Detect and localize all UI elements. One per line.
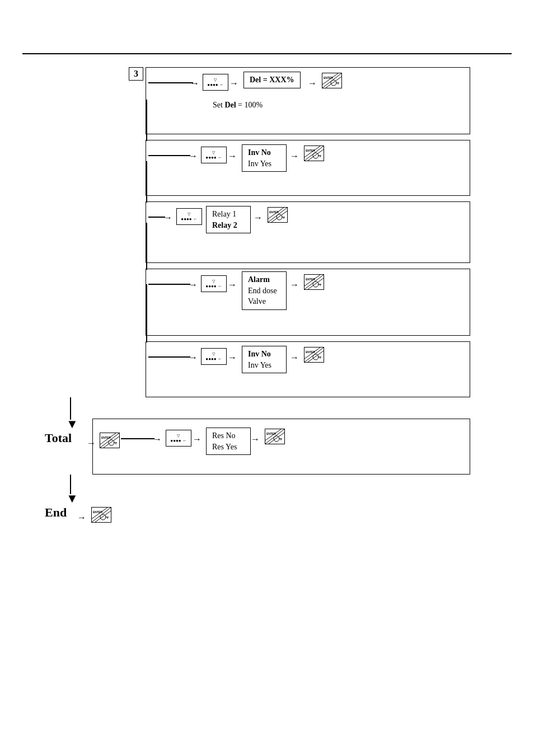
menu-item-inv-yes-2: Inv Yes	[248, 360, 280, 371]
arrow1b: →	[229, 78, 238, 88]
menu-item-valve: Valve	[248, 296, 280, 307]
menu-box-5: Inv No Inv Yes	[242, 346, 287, 373]
enter-btn-4[interactable]	[304, 274, 324, 292]
arrow4c: →	[290, 280, 299, 290]
down-arrow-end: ▼	[66, 491, 78, 506]
vline-4-5	[146, 284, 147, 342]
enter-btn-2[interactable]	[304, 145, 324, 163]
hline-4	[148, 284, 190, 285]
menu-item-inv-yes-1: Inv Yes	[248, 158, 280, 170]
page-container: 3 → ▽ ●●●● ← → Del = XXX%	[0, 0, 534, 756]
arrow3c: →	[254, 213, 263, 223]
hline-2	[148, 155, 190, 156]
down-arrow-total: ▼	[66, 417, 78, 431]
nav-btn-4[interactable]: ▽ ●●●● ←	[201, 275, 227, 292]
enter-btn-1[interactable]	[322, 73, 342, 90]
nav-btn-2[interactable]: ▽ ●●●● ←	[201, 147, 227, 163]
arrow5c: →	[290, 353, 299, 363]
arrow1: →	[190, 78, 199, 88]
arrow1c: →	[308, 78, 317, 88]
menu-box-3: Relay 1 Relay 2	[206, 206, 251, 233]
menu-item-inv-no-2: Inv No	[248, 349, 280, 360]
menu-item-relay1: Relay 1	[212, 209, 245, 220]
caption-del: Set Del = 100%	[213, 101, 263, 110]
top-rule	[22, 53, 512, 54]
nav-btn-1[interactable]: ▽ ●●●● ←	[203, 74, 228, 91]
menu-box-4: Alarm End dose Valve	[242, 271, 287, 310]
menu-box-1: Del = XXX%	[243, 72, 301, 88]
vline-2-3	[146, 161, 147, 203]
arrow5: →	[189, 353, 198, 363]
menu-item-inv-no-1: Inv No	[248, 147, 280, 158]
hline-5	[148, 356, 190, 358]
hline-3	[148, 217, 165, 218]
step-number-box: 3	[129, 67, 143, 81]
menu-item-enddose: End dose	[248, 285, 280, 297]
vline-to-total	[70, 397, 71, 420]
arrow2b: →	[228, 151, 237, 161]
arrow-end: →	[77, 513, 86, 523]
menu-item-relay2: Relay 2	[212, 220, 245, 231]
enter-btn-5[interactable]	[304, 347, 324, 364]
arrow4b: →	[228, 280, 237, 290]
arrow3: →	[163, 213, 172, 223]
section1-box	[146, 67, 470, 134]
enter-btn-end[interactable]	[91, 507, 111, 524]
nav-btn-5[interactable]: ▽ ●●●● ←	[201, 348, 227, 365]
menu-item-alarm: Alarm	[248, 274, 280, 285]
arrow4: →	[189, 280, 198, 290]
nav-btn-3[interactable]: ▽ ●●●● ←	[176, 208, 202, 225]
total-section-box	[92, 419, 470, 475]
menu-box-2: Inv No Inv Yes	[242, 144, 287, 172]
arrow2c: →	[290, 151, 299, 161]
line-3-to-nav1	[148, 82, 193, 83]
arrow5b: →	[228, 353, 237, 363]
step-number: 3	[129, 67, 143, 81]
vline-3-4	[146, 223, 147, 270]
end-label: End	[45, 505, 67, 520]
menu-item-del: Del = XXX%	[250, 74, 294, 86]
total-label: Total	[45, 431, 72, 445]
diagram-area: 3 → ▽ ●●●● ← → Del = XXX%	[34, 62, 504, 705]
vline-1-2	[146, 100, 147, 141]
arrow2: →	[189, 151, 198, 161]
enter-btn-3[interactable]	[268, 207, 288, 224]
